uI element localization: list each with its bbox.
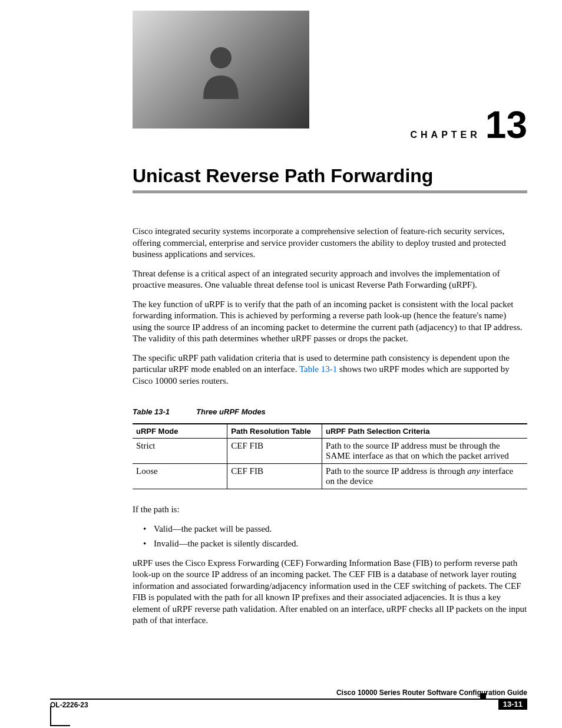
footer-bar: OL-2226-23 13-11 xyxy=(50,699,527,711)
table-caption: Table 13-1Three uRPF Modes xyxy=(133,407,527,416)
cell-mode: Strict xyxy=(133,439,227,464)
list-item: Valid—the packet will be passed. xyxy=(143,523,527,535)
cell-mode: Loose xyxy=(133,464,227,489)
cef-paragraph: uRPF uses the Cisco Express Forwarding (… xyxy=(133,558,527,627)
cell-resolution: CEF FIB xyxy=(227,439,322,464)
intro-paragraph-3: The key function of uRPF is to verify th… xyxy=(133,299,527,345)
chapter-header-image xyxy=(133,11,309,129)
urpf-modes-table: uRPF Mode Path Resolution Table uRPF Pat… xyxy=(133,423,527,489)
chapter-label: CHAPTER xyxy=(410,130,480,140)
intro-paragraph-4: The specific uRPF path validation criter… xyxy=(133,353,527,387)
title-rule xyxy=(133,190,527,193)
footer-page-number: 13-11 xyxy=(498,699,527,710)
path-outcome-list: Valid—the packet will be passed. Invalid… xyxy=(143,523,527,550)
table-row: Strict CEF FIB Path to the source IP add… xyxy=(133,439,527,464)
col-mode: uRPF Mode xyxy=(133,424,227,439)
footer-guide-title: Cisco 10000 Series Router Software Confi… xyxy=(50,689,527,697)
cell-criteria: Path to the source IP address must be th… xyxy=(322,439,527,464)
table-reference-link[interactable]: Table 13-1 xyxy=(299,364,337,374)
chapter-indicator: CHAPTER 13 xyxy=(410,106,527,144)
cell-resolution: CEF FIB xyxy=(227,464,322,489)
footer-doc-id: OL-2226-23 xyxy=(50,701,88,709)
table-title: Three uRPF Modes xyxy=(196,407,266,416)
table-number: Table 13-1 xyxy=(133,407,170,416)
col-resolution: Path Resolution Table xyxy=(227,424,322,439)
svg-point-0 xyxy=(210,47,232,68)
crop-mark-icon xyxy=(50,706,51,726)
intro-paragraph-1: Cisco integrated security systems incorp… xyxy=(133,226,527,261)
cell-criteria: Path to the source IP address is through… xyxy=(322,464,527,489)
page-title: Unicast Reverse Path Forwarding xyxy=(133,165,527,187)
col-criteria: uRPF Path Selection Criteria xyxy=(322,424,527,439)
if-path-text: If the path is: xyxy=(133,504,527,516)
chapter-number: 13 xyxy=(485,106,527,144)
person-placeholder-icon xyxy=(186,34,256,105)
list-item: Invalid—the packet is silently discarded… xyxy=(143,538,527,550)
intro-paragraph-2: Threat defense is a critical aspect of a… xyxy=(133,268,527,291)
footer-tick-mark xyxy=(480,693,486,699)
table-row: Loose CEF FIB Path to the source IP addr… xyxy=(133,464,527,489)
table-header-row: uRPF Mode Path Resolution Table uRPF Pat… xyxy=(133,424,527,439)
